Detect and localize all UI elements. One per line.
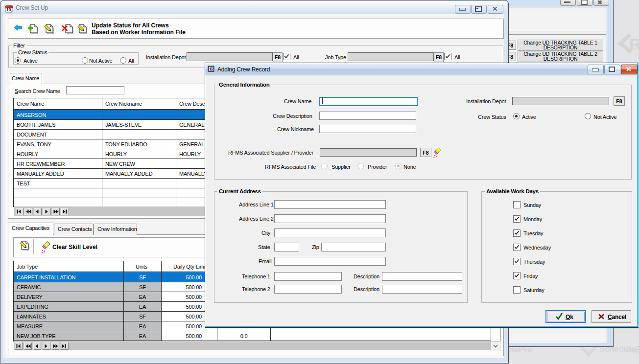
svg-text:10: 10 — [6, 7, 11, 12]
svg-text:R: R — [629, 35, 639, 53]
